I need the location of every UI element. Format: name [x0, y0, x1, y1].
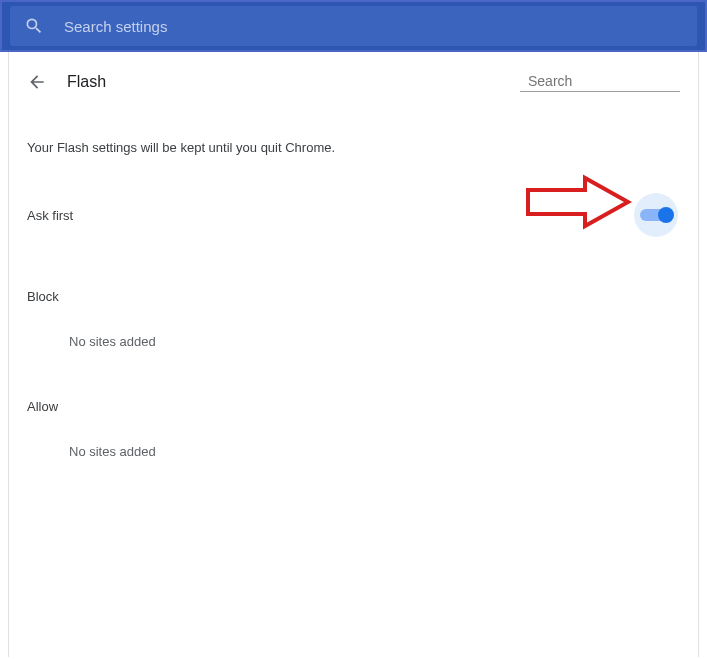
page-search[interactable]: [520, 73, 680, 92]
block-empty-text: No sites added: [69, 334, 680, 349]
settings-content: Flash Your Flash settings will be kept u…: [8, 52, 699, 657]
back-arrow-icon[interactable]: [27, 72, 47, 92]
block-section-heading: Block: [27, 289, 680, 304]
top-search-bar: [0, 0, 707, 52]
ask-first-row: Ask first: [27, 191, 680, 239]
ask-first-label: Ask first: [27, 208, 73, 223]
allow-section-heading: Allow: [27, 399, 680, 414]
page-title: Flash: [67, 73, 106, 91]
search-settings-input[interactable]: [64, 18, 683, 35]
search-icon: [24, 16, 44, 36]
search-settings-bar[interactable]: [10, 6, 697, 46]
info-text: Your Flash settings will be kept until y…: [27, 140, 680, 155]
page-search-input[interactable]: [528, 73, 703, 89]
page-header: Flash: [27, 72, 680, 92]
allow-empty-text: No sites added: [69, 444, 680, 459]
ask-first-toggle[interactable]: [632, 191, 680, 239]
